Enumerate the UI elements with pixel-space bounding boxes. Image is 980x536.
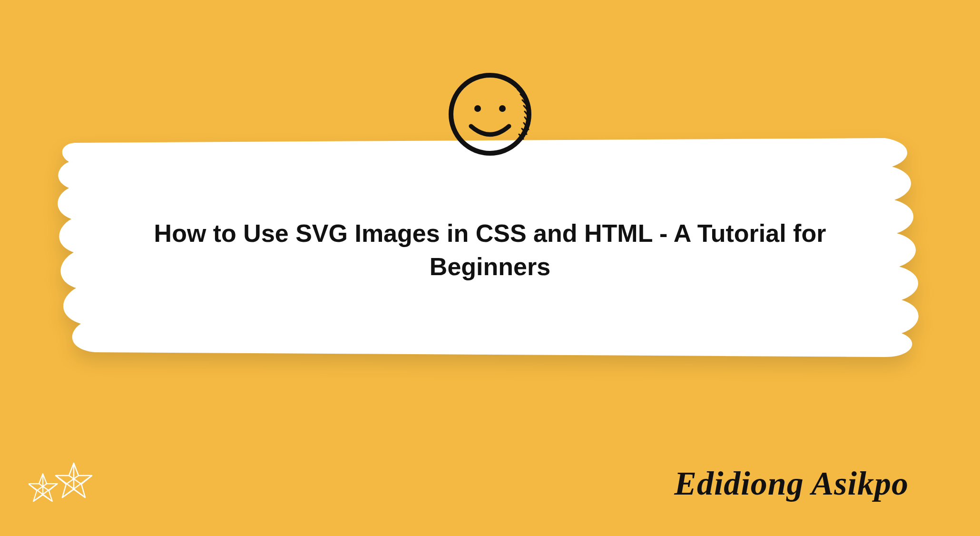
smiley-icon bbox=[442, 67, 538, 162]
svg-point-1 bbox=[474, 105, 481, 112]
page-title: How to Use SVG Images in CSS and HTML - … bbox=[128, 217, 852, 283]
svg-point-2 bbox=[499, 105, 506, 112]
decorative-stars bbox=[29, 460, 109, 512]
svg-point-0 bbox=[451, 75, 529, 153]
author-signature: Edidiong Asikpo bbox=[674, 465, 909, 503]
